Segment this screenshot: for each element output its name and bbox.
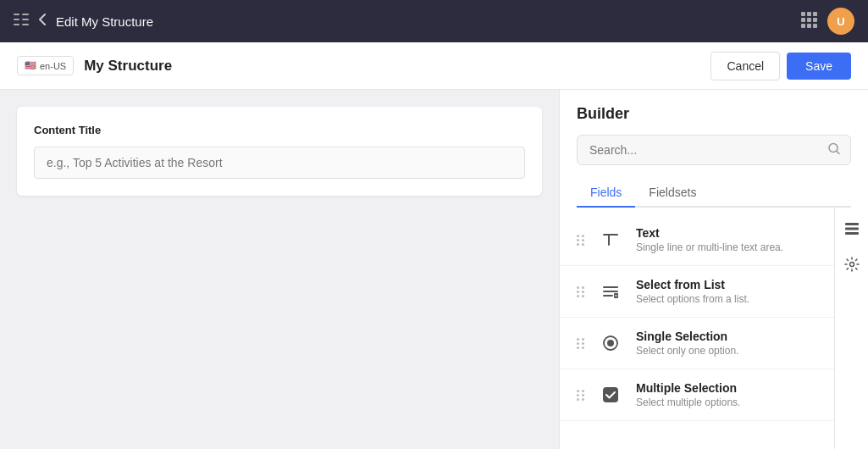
tab-fields[interactable]: Fields	[577, 179, 635, 208]
svg-point-23	[607, 340, 614, 346]
header-row: 🇺🇸 en-US My Structure Cancel Save	[0, 42, 868, 90]
field-name: Multiple Selection	[636, 381, 817, 395]
svg-rect-26	[845, 228, 859, 230]
tab-fieldsets[interactable]: Fieldsets	[635, 179, 710, 208]
svg-rect-16	[603, 234, 618, 236]
svg-rect-14	[813, 24, 817, 28]
field-info: Select from List Select options from a l…	[636, 278, 817, 305]
save-button[interactable]: Save	[787, 53, 851, 80]
apps-icon[interactable]	[800, 11, 817, 32]
left-panel: Content Title	[0, 90, 559, 449]
svg-rect-21	[614, 293, 618, 298]
field-name: Text	[636, 226, 817, 240]
text-icon	[597, 226, 624, 253]
locale-label: en-US	[40, 61, 66, 71]
sidebar-toggle-icon[interactable]	[14, 14, 29, 29]
svg-rect-7	[807, 12, 811, 16]
field-info: Text Single line or multi-line text area…	[636, 226, 817, 253]
svg-rect-18	[603, 286, 618, 288]
search-icon	[827, 142, 841, 158]
svg-rect-5	[22, 24, 29, 25]
svg-rect-6	[801, 12, 805, 16]
list-icon	[597, 278, 624, 305]
list-item[interactable]: Single Selection Select only one option.	[560, 318, 834, 369]
radio-icon	[597, 330, 624, 357]
list-view-icon[interactable]	[844, 221, 860, 240]
fields-list: Text Single line or multi-line text area…	[560, 208, 834, 449]
svg-rect-0	[14, 14, 19, 15]
field-desc: Select multiple options.	[636, 396, 817, 408]
svg-point-28	[849, 263, 854, 267]
icon-sidebar	[834, 208, 868, 449]
svg-rect-1	[14, 19, 19, 20]
svg-rect-24	[603, 387, 618, 402]
main-area: Content Title Builder Fields Fieldsets	[0, 90, 868, 449]
content-card: Content Title	[17, 107, 542, 196]
locale-selector[interactable]: 🇺🇸 en-US	[17, 56, 74, 75]
right-panel: Builder Fields Fieldsets	[559, 90, 868, 449]
list-item[interactable]: Select from List Select options from a l…	[560, 266, 834, 318]
field-desc: Single line or multi-line text area.	[636, 241, 817, 253]
field-name: Single Selection	[636, 330, 817, 343]
list-item[interactable]: Text Single line or multi-line text area…	[560, 214, 834, 266]
field-desc: Select only one option.	[636, 345, 817, 357]
svg-rect-2	[14, 24, 19, 25]
settings-icon[interactable]	[844, 257, 860, 275]
back-icon[interactable]	[39, 14, 46, 29]
svg-rect-27	[845, 232, 859, 235]
page-title: Edit My Structure	[56, 14, 790, 29]
search-container	[577, 135, 851, 165]
svg-rect-17	[608, 234, 610, 246]
flag-icon: 🇺🇸	[25, 60, 36, 71]
drag-handle-icon	[577, 286, 585, 297]
svg-rect-3	[22, 14, 29, 15]
cancel-button[interactable]: Cancel	[710, 52, 780, 80]
svg-rect-20	[603, 295, 613, 297]
content-title-input[interactable]	[34, 147, 525, 179]
svg-rect-10	[807, 18, 811, 22]
builder-main: Text Single line or multi-line text area…	[560, 208, 834, 449]
content-title-label: Content Title	[34, 124, 525, 136]
drag-handle-icon	[577, 235, 585, 246]
builder-header: Builder Fields Fieldsets	[560, 90, 868, 208]
svg-rect-19	[603, 291, 618, 292]
list-item[interactable]: Multiple Selection Select multiple optio…	[560, 369, 834, 421]
avatar[interactable]: U	[827, 8, 854, 35]
field-desc: Select options from a list.	[636, 293, 817, 305]
builder-container: Text Single line or multi-line text area…	[560, 208, 868, 449]
top-bar: Edit My Structure U	[0, 0, 868, 42]
svg-rect-9	[801, 18, 805, 22]
svg-rect-11	[813, 18, 817, 22]
drag-handle-icon	[577, 390, 585, 401]
svg-rect-12	[801, 24, 805, 28]
checkbox-icon	[597, 381, 624, 408]
field-name: Select from List	[636, 278, 817, 291]
structure-title: My Structure	[84, 58, 710, 75]
builder-title: Builder	[577, 105, 851, 123]
svg-rect-4	[22, 19, 29, 20]
drag-handle-icon	[577, 338, 585, 349]
search-input[interactable]	[577, 135, 851, 165]
field-info: Single Selection Select only one option.	[636, 330, 817, 357]
tabs-row: Fields Fieldsets	[577, 179, 851, 208]
svg-rect-25	[845, 223, 859, 225]
field-info: Multiple Selection Select multiple optio…	[636, 381, 817, 408]
svg-rect-13	[807, 24, 811, 28]
svg-rect-8	[813, 12, 817, 16]
